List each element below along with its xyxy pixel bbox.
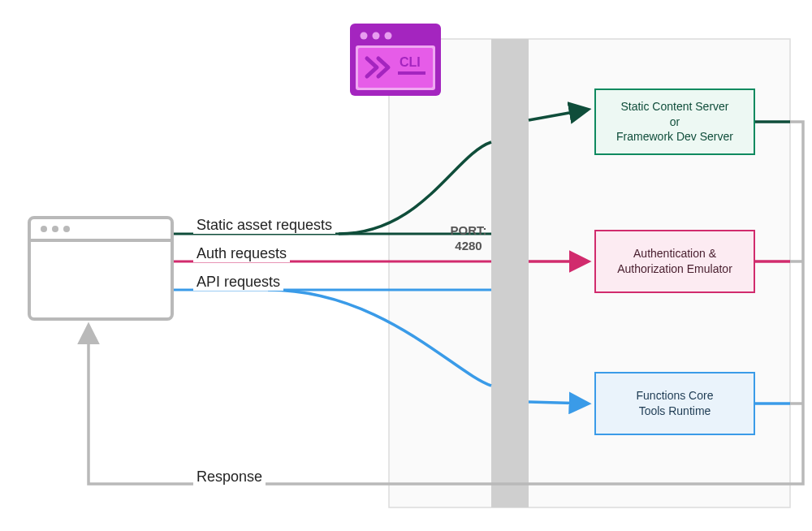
service-functions-runtime: Functions Core Tools Runtime [594,372,755,435]
service-functions-line1: Functions Core [637,388,714,404]
port-label: PORT: 4280 [446,223,491,254]
label-auth-requests: Auth requests [193,245,290,262]
service-auth-emulator: Authentication & Authorization Emulator [594,230,755,293]
label-static-requests: Static asset requests [193,217,335,234]
port-label-text: PORT: [451,223,487,237]
svg-point-3 [52,226,58,232]
svg-point-4 [63,226,70,232]
service-static-line3: Framework Dev Server [616,129,733,145]
svg-point-2 [41,226,47,232]
label-response: Response [193,468,266,486]
browser-icon [29,218,172,319]
svg-rect-0 [29,218,172,319]
port-bar [491,39,529,507]
service-static-content: Static Content Server or Framework Dev S… [594,88,755,155]
cli-badge-label: CLI [400,55,421,69]
svg-point-7 [373,32,380,40]
port-value: 4280 [455,239,482,253]
service-static-line2: or [616,114,733,130]
svg-point-8 [385,32,392,40]
flow-api-arrow [529,402,587,404]
service-static-line1: Static Content Server [616,99,733,114]
svg-point-6 [361,32,368,40]
svg-rect-10 [358,48,433,88]
label-api-requests: API requests [193,274,283,291]
service-functions-line2: Tools Runtime [637,404,714,419]
service-auth-text: Authentication & Authorization Emulator [604,246,745,277]
cli-badge-icon: CLI [350,24,441,96]
